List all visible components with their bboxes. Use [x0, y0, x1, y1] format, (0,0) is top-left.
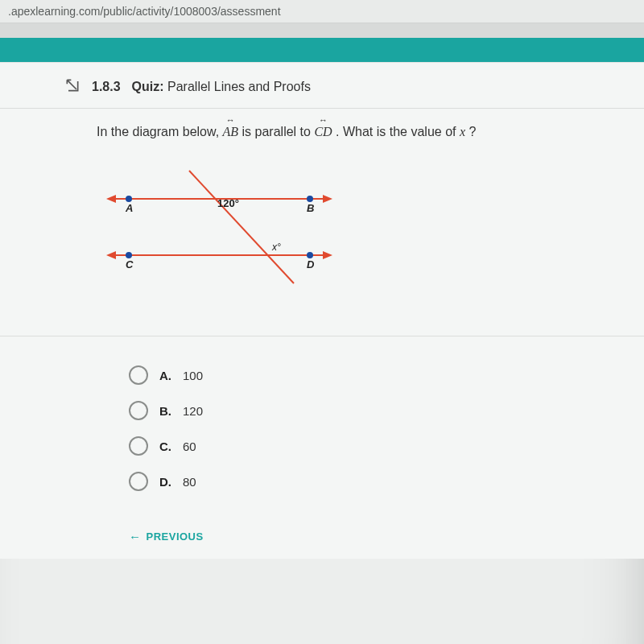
content-card: 1.8.3 Quiz: Parallel Lines and Proofs In… — [0, 62, 644, 559]
label-b: B — [307, 202, 314, 214]
option-letter: C. — [159, 440, 171, 453]
option-letter: B. — [159, 404, 171, 418]
option-value: 120 — [183, 404, 203, 418]
arrow-right-cd — [323, 251, 332, 259]
radio-icon — [129, 365, 148, 385]
quiz-type: Quiz: — [132, 80, 164, 93]
arrow-right-ab — [323, 195, 332, 203]
option-letter: A. — [159, 369, 171, 382]
arrow-left-ab — [106, 195, 116, 203]
q-tail: . What is the value of — [336, 125, 460, 138]
radio-icon — [129, 472, 148, 491]
segment-ab: AB — [223, 125, 239, 139]
radio-icon — [129, 436, 148, 456]
option-value: 100 — [183, 369, 203, 382]
previous-button[interactable]: PREVIOUS — [129, 530, 204, 543]
quiz-number: 1.8.3 — [92, 80, 121, 94]
quiz-header: 1.8.3 Quiz: Parallel Lines and Proofs — [0, 63, 644, 109]
arrow-left-cd — [106, 251, 116, 259]
point-a — [126, 196, 132, 202]
radio-icon — [129, 401, 148, 420]
answer-options: A. 100 B. 120 C. 60 D. 80 — [0, 336, 644, 515]
option-a[interactable]: A. 100 — [129, 357, 621, 393]
segment-cd: CD — [314, 125, 332, 139]
question-area: In the diagram below, AB is parallel to … — [0, 109, 644, 336]
question-text: In the diagram below, AB is parallel to … — [97, 125, 621, 139]
variable-x: x — [460, 125, 465, 138]
option-b[interactable]: B. 120 — [129, 393, 621, 428]
quiz-label: Quiz: Parallel Lines and Proofs — [132, 80, 311, 94]
label-d: D — [307, 258, 315, 270]
browser-url-bar[interactable]: .apexlearning.com/public/activity/100800… — [0, 0, 644, 23]
angle-x: x° — [271, 242, 281, 253]
geometry-diagram: A B C D 120° x° — [97, 167, 354, 295]
label-a: A — [125, 202, 133, 214]
option-value: 80 — [183, 475, 196, 489]
return-arrow-icon[interactable] — [64, 77, 80, 97]
previous-label: PREVIOUS — [147, 530, 204, 543]
quiz-footer: PREVIOUS — [0, 515, 644, 559]
point-c — [126, 252, 132, 258]
url-text: .apexlearning.com/public/activity/100800… — [8, 5, 281, 18]
angle-120: 120° — [217, 197, 239, 209]
header-accent-bar — [0, 38, 644, 62]
option-c[interactable]: C. 60 — [129, 428, 621, 464]
option-letter: D. — [159, 475, 171, 489]
q-mid: is parallel to — [242, 125, 315, 138]
point-d — [307, 252, 313, 258]
q-lead: In the diagram below, — [97, 125, 223, 138]
option-value: 60 — [183, 440, 196, 453]
q-mark: ? — [469, 125, 476, 138]
option-d[interactable]: D. 80 — [129, 464, 621, 499]
quiz-title: Parallel Lines and Proofs — [167, 80, 311, 93]
point-b — [307, 196, 313, 202]
label-c: C — [126, 258, 134, 270]
transversal-line — [189, 171, 294, 283]
page-frame: 1.8.3 Quiz: Parallel Lines and Proofs In… — [0, 38, 644, 644]
